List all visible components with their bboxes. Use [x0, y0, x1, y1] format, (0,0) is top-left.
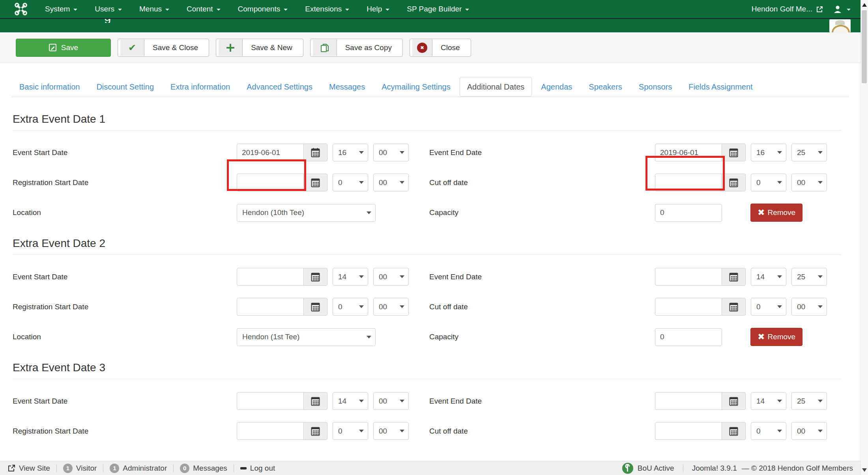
- registration-start-date-input[interactable]: [237, 298, 304, 316]
- event-end-date-input[interactable]: [655, 268, 722, 286]
- hour-select[interactable]: 0: [751, 298, 786, 316]
- capacity-input[interactable]: [655, 204, 722, 222]
- bou-status[interactable]: BoU Active: [622, 463, 674, 474]
- minute-select[interactable]: 00: [373, 268, 409, 286]
- calendar-button[interactable]: [303, 298, 327, 316]
- calendar-button[interactable]: [303, 268, 327, 286]
- tab-basic-information[interactable]: Basic information: [12, 77, 87, 97]
- menu-item-content[interactable]: Content: [178, 0, 229, 18]
- menu-item-sp-page-builder[interactable]: SP Page Builder: [398, 0, 478, 18]
- scrollbar[interactable]: [861, 0, 868, 475]
- select-value: 14: [338, 397, 346, 406]
- scroll-up-arrow-icon[interactable]: [862, 3, 867, 7]
- calendar-button[interactable]: [722, 268, 746, 286]
- registration-start-controls: 0 00: [237, 174, 429, 191]
- location-select[interactable]: Hendon (1st Tee): [237, 328, 376, 346]
- tab-acymailing-settings[interactable]: Acymailing Settings: [374, 77, 458, 97]
- minute-select[interactable]: 00: [791, 298, 827, 316]
- tab-discount-setting[interactable]: Discount Setting: [89, 77, 161, 97]
- tab-advanced-settings[interactable]: Advanced Settings: [239, 77, 320, 97]
- remove-button[interactable]: ✖Remove: [750, 328, 803, 346]
- calendar-button[interactable]: [722, 298, 746, 316]
- save-button[interactable]: Save: [16, 39, 111, 57]
- cut-off-date-input[interactable]: [655, 298, 722, 316]
- save-as-copy-button[interactable]: Save as Copy: [310, 39, 403, 57]
- tab-extra-information[interactable]: Extra information: [163, 77, 238, 97]
- hour-select[interactable]: 0: [751, 422, 786, 440]
- logout-link[interactable]: Log out: [240, 464, 275, 473]
- event-end-date-input[interactable]: [655, 144, 722, 161]
- calendar-button[interactable]: [722, 144, 746, 161]
- cut-off-date-label: Cut off date: [429, 178, 655, 187]
- hour-select[interactable]: 0: [751, 174, 786, 191]
- minute-select[interactable]: 00: [373, 422, 409, 440]
- minute-select[interactable]: 25: [791, 392, 827, 410]
- tab-messages[interactable]: Messages: [322, 77, 372, 97]
- cut-off-date-input[interactable]: [655, 422, 722, 440]
- tab-speakers[interactable]: Speakers: [581, 77, 630, 97]
- menu-item-extensions[interactable]: Extensions: [296, 0, 358, 18]
- minute-select[interactable]: 25: [791, 268, 827, 286]
- hour-select[interactable]: 14: [333, 392, 368, 410]
- hour-select[interactable]: 14: [751, 268, 786, 286]
- menu-item-help[interactable]: Help: [358, 0, 398, 18]
- location-select[interactable]: Hendon (10th Tee): [237, 204, 376, 222]
- hour-select[interactable]: 0: [333, 174, 368, 191]
- tab-agendas[interactable]: Agendas: [533, 77, 580, 97]
- calendar-button[interactable]: [303, 422, 327, 440]
- calendar-button[interactable]: [722, 174, 746, 191]
- minute-select[interactable]: 00: [373, 298, 409, 316]
- tab-additional-dates[interactable]: Additional Dates: [460, 77, 532, 97]
- user-menu[interactable]: [833, 5, 851, 13]
- tab-fields-assignment[interactable]: Fields Assignment: [681, 77, 760, 97]
- menu-item-label: System: [45, 5, 70, 13]
- menu-item-components[interactable]: Components: [229, 0, 297, 18]
- minute-select[interactable]: 00: [791, 422, 827, 440]
- event-start-date-input[interactable]: [237, 144, 304, 161]
- minute-select[interactable]: 25: [791, 144, 827, 161]
- chevron-down-icon: [345, 9, 349, 11]
- event-end-date-input[interactable]: [655, 392, 722, 410]
- save-close-button[interactable]: ✔ Save & Close: [118, 39, 209, 57]
- hour-select[interactable]: 16: [751, 144, 786, 161]
- event-start-date-input[interactable]: [237, 268, 304, 286]
- hour-select[interactable]: 14: [333, 268, 368, 286]
- minute-select[interactable]: 00: [373, 144, 409, 161]
- menu-item-users[interactable]: Users: [86, 0, 131, 18]
- tab-sponsors[interactable]: Sponsors: [631, 77, 680, 97]
- chevron-down-icon: [359, 275, 364, 278]
- messages-status[interactable]: 0 Messages: [180, 464, 227, 473]
- joomla-logo-icon[interactable]: [14, 2, 28, 16]
- remove-button[interactable]: ✖Remove: [750, 204, 803, 222]
- calendar-button[interactable]: [722, 392, 746, 410]
- chevron-down-icon: [284, 9, 288, 11]
- chevron-down-icon: [818, 430, 823, 432]
- minute-select[interactable]: 00: [373, 392, 409, 410]
- menu-item-system[interactable]: System: [36, 0, 86, 18]
- calendar-button[interactable]: [303, 174, 327, 191]
- site-preview-link[interactable]: Hendon Golf Me...: [752, 5, 823, 13]
- minute-select[interactable]: 00: [791, 174, 827, 191]
- view-site-link[interactable]: View Site: [8, 464, 50, 473]
- close-button[interactable]: ✖ Close: [410, 39, 471, 57]
- cut-off-date-input[interactable]: [655, 174, 722, 191]
- calendar-button[interactable]: [722, 422, 746, 440]
- calendar-button[interactable]: [303, 144, 327, 161]
- menu-item-menus[interactable]: Menus: [131, 0, 178, 18]
- minute-select[interactable]: 00: [373, 174, 409, 191]
- administrator-status[interactable]: 1 Administrator: [110, 464, 167, 473]
- registration-start-date-input[interactable]: [237, 174, 304, 191]
- hour-select[interactable]: 14: [751, 392, 786, 410]
- hour-select[interactable]: 16: [333, 144, 368, 161]
- calendar-button[interactable]: [303, 392, 327, 410]
- hour-select[interactable]: 0: [333, 422, 368, 440]
- event-start-date-input[interactable]: [237, 392, 304, 410]
- registration-start-date-input[interactable]: [237, 422, 304, 440]
- save-new-button[interactable]: Save & New: [216, 39, 303, 57]
- scrollbar-thumb[interactable]: [862, 10, 867, 83]
- menu-bar-right: Hendon Golf Me...: [752, 5, 861, 13]
- visitor-status[interactable]: 1 Visitor: [63, 464, 97, 473]
- scroll-down-arrow-icon[interactable]: [862, 468, 867, 472]
- capacity-input[interactable]: [655, 328, 722, 346]
- hour-select[interactable]: 0: [333, 298, 368, 316]
